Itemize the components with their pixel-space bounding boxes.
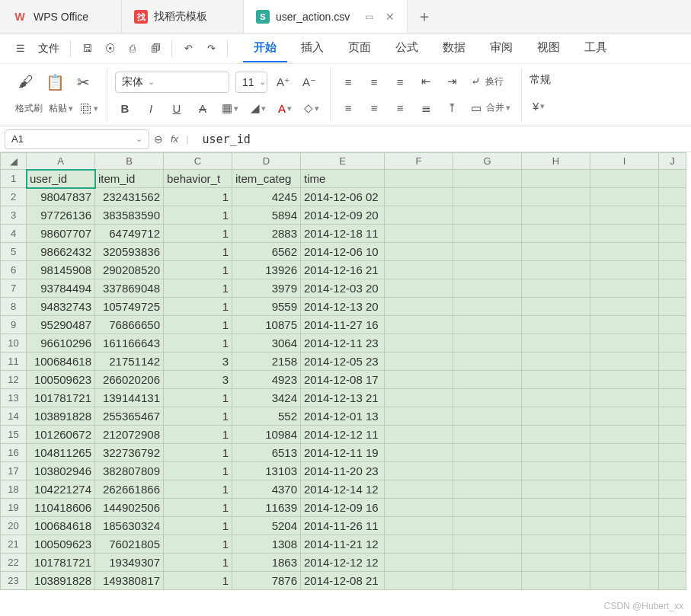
cell[interactable] xyxy=(453,389,522,407)
cell[interactable] xyxy=(590,170,659,188)
cell[interactable]: 266020206 xyxy=(95,371,164,389)
row-header[interactable]: 1 xyxy=(1,170,27,188)
cell[interactable]: 3064 xyxy=(232,334,301,353)
decrease-font-icon[interactable]: A⁻ xyxy=(299,72,319,92)
cell[interactable]: 320593836 xyxy=(95,243,164,261)
cell[interactable] xyxy=(385,426,453,444)
cell[interactable]: 1 xyxy=(164,517,232,535)
cell[interactable] xyxy=(522,389,590,407)
cell[interactable]: 101781721 xyxy=(27,554,95,572)
cell[interactable] xyxy=(385,517,453,535)
cell[interactable] xyxy=(385,188,453,206)
cell[interactable]: 290208520 xyxy=(95,261,164,279)
cell[interactable]: 2014-11-27 16 xyxy=(301,316,385,334)
cell[interactable]: 149380817 xyxy=(95,572,164,590)
cell[interactable]: 103891828 xyxy=(27,407,95,426)
col-header[interactable]: J xyxy=(659,153,686,170)
cell[interactable] xyxy=(522,444,590,462)
cell[interactable]: 95290487 xyxy=(27,316,95,334)
justify-icon[interactable]: ≣ xyxy=(416,98,436,118)
underline-button[interactable]: U xyxy=(167,98,187,118)
col-header[interactable]: H xyxy=(522,153,590,170)
row-header[interactable]: 3 xyxy=(1,206,27,225)
cell[interactable]: 2014-12-18 11 xyxy=(301,225,385,243)
cell[interactable] xyxy=(385,535,453,554)
cell[interactable] xyxy=(590,426,659,444)
font-color-button[interactable]: A▾ xyxy=(275,98,295,118)
row-header[interactable]: 20 xyxy=(1,517,27,535)
cell[interactable]: 1 xyxy=(164,316,232,334)
cell[interactable]: 1 xyxy=(164,444,232,462)
cell[interactable] xyxy=(385,225,453,243)
cell[interactable] xyxy=(453,462,522,480)
cut-button[interactable]: ✂ xyxy=(74,72,93,93)
cell[interactable]: 13103 xyxy=(232,462,301,480)
window-icon[interactable]: ▭ xyxy=(365,11,373,22)
cell[interactable]: 2014-12-01 13 xyxy=(301,407,385,426)
cell[interactable]: behavior_t xyxy=(164,170,232,188)
cell[interactable]: 98047837 xyxy=(27,188,95,206)
italic-button[interactable]: I xyxy=(141,98,161,118)
cell[interactable] xyxy=(659,298,686,316)
cell[interactable]: 4370 xyxy=(232,480,301,499)
cell[interactable]: 3424 xyxy=(232,389,301,407)
cell[interactable] xyxy=(522,243,590,261)
cell[interactable] xyxy=(522,188,590,206)
row-header[interactable]: 4 xyxy=(1,225,27,243)
cell[interactable]: 6562 xyxy=(232,243,301,261)
cell[interactable]: 104811265 xyxy=(27,444,95,462)
tab-data[interactable]: 数据 xyxy=(432,34,476,62)
align-left-icon[interactable]: ≡ xyxy=(338,98,358,118)
cell[interactable]: 212072908 xyxy=(95,426,164,444)
print-icon[interactable]: ⎙ xyxy=(123,39,142,59)
cell[interactable] xyxy=(659,243,686,261)
cell[interactable] xyxy=(453,188,522,206)
spreadsheet-area[interactable]: ◢ A B C D E F G H I J 1 user_id item_id … xyxy=(0,152,691,616)
cell[interactable] xyxy=(385,572,453,590)
align-middle-icon[interactable]: ≡ xyxy=(364,72,384,91)
cell[interactable] xyxy=(659,554,686,572)
cell[interactable]: 2014-12-06 10 xyxy=(301,243,385,261)
format-painter-button[interactable]: 🖌 xyxy=(15,72,37,93)
cell[interactable] xyxy=(522,298,590,316)
col-header[interactable]: B xyxy=(95,153,164,170)
export-icon[interactable]: 🖸 xyxy=(100,39,120,59)
cell[interactable] xyxy=(385,298,453,316)
cell[interactable]: 383583590 xyxy=(95,206,164,225)
cell[interactable]: 100684618 xyxy=(27,353,95,371)
cell[interactable]: 1 xyxy=(164,225,232,243)
cell[interactable]: 64749712 xyxy=(95,225,164,243)
cell[interactable] xyxy=(385,389,453,407)
cell[interactable]: 103891828 xyxy=(27,572,95,590)
cell[interactable]: 103802946 xyxy=(27,462,95,480)
cell[interactable] xyxy=(659,535,686,554)
tab-review[interactable]: 审阅 xyxy=(479,34,523,62)
cell[interactable] xyxy=(590,298,659,316)
cell[interactable]: 10875 xyxy=(232,316,301,334)
row-header[interactable]: 22 xyxy=(1,554,27,572)
cell[interactable]: 5894 xyxy=(232,206,301,225)
cell[interactable] xyxy=(522,462,590,480)
cell[interactable] xyxy=(659,462,686,480)
col-header[interactable]: F xyxy=(385,153,453,170)
cell[interactable]: 1 xyxy=(164,279,232,298)
cell[interactable]: 1 xyxy=(164,334,232,353)
cell[interactable]: item_id xyxy=(95,170,164,188)
cell[interactable]: 110418606 xyxy=(27,499,95,517)
fx-icon[interactable]: fx xyxy=(171,133,178,145)
undo-icon[interactable]: ↶ xyxy=(178,39,198,59)
cell[interactable]: 21751142 xyxy=(95,353,164,371)
row-header[interactable]: 6 xyxy=(1,261,27,279)
cell[interactable]: 2014-11-20 23 xyxy=(301,462,385,480)
merge-button[interactable]: ▭合并▾ xyxy=(468,98,513,118)
row-header[interactable]: 10 xyxy=(1,334,27,353)
app-tab-wps[interactable]: W WPS Office xyxy=(0,0,122,33)
cell[interactable]: 96610296 xyxy=(27,334,95,353)
cell[interactable]: 3 xyxy=(164,353,232,371)
cell[interactable] xyxy=(453,206,522,225)
cell[interactable]: 3979 xyxy=(232,279,301,298)
row-header[interactable]: 2 xyxy=(1,188,27,206)
cell[interactable] xyxy=(590,389,659,407)
cell[interactable]: 322736792 xyxy=(95,444,164,462)
cell[interactable] xyxy=(659,572,686,590)
